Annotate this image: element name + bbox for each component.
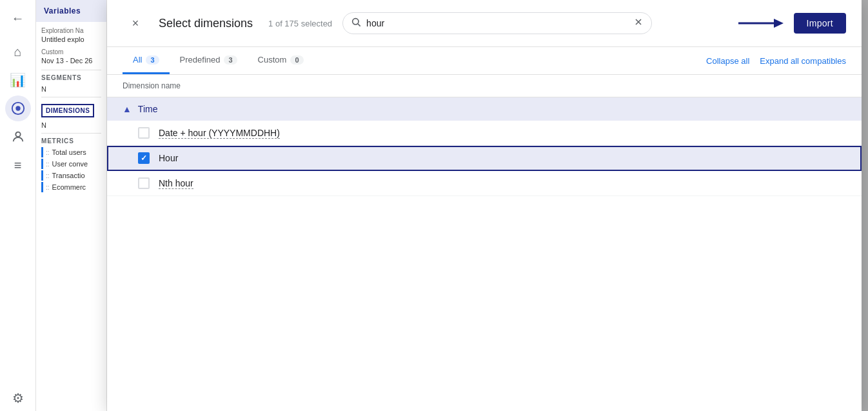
metric-dots-4: :: bbox=[46, 184, 50, 191]
collapse-all-link[interactable]: Collapse all bbox=[706, 48, 749, 74]
metric-dots-2: :: bbox=[46, 161, 50, 168]
home-icon-btn[interactable]: ⌂ bbox=[5, 39, 31, 65]
metric-dots-1: :: bbox=[46, 149, 50, 156]
search-icon bbox=[351, 17, 361, 30]
custom-label: Custom bbox=[41, 48, 101, 55]
svg-point-1 bbox=[15, 106, 20, 110]
sidebar: ← ⌂ 📊 ≡ ⚙ bbox=[0, 0, 36, 411]
dimension-placeholder: N bbox=[41, 120, 101, 130]
audience-icon-btn[interactable] bbox=[5, 124, 31, 150]
select-dimensions-dialog: × Select dimensions 1 of 175 selected bbox=[107, 0, 862, 411]
metric-ecommerce: :: Ecommerc bbox=[41, 182, 101, 192]
exploration-value: Untitled explo bbox=[41, 35, 101, 43]
close-button[interactable]: × bbox=[123, 10, 148, 36]
explore-icon-btn[interactable] bbox=[5, 95, 31, 121]
settings-icon-btn[interactable]: ⚙ bbox=[5, 385, 31, 411]
dim-name-hour: Hour bbox=[159, 153, 178, 163]
tab-actions: Collapse all Expand all compatibles bbox=[706, 48, 846, 74]
tab-all-badge: 3 bbox=[146, 55, 159, 65]
dialog-selection-count: 1 of 175 selected bbox=[268, 19, 332, 28]
svg-point-2 bbox=[15, 132, 20, 137]
import-section: Import bbox=[738, 13, 846, 34]
search-bar bbox=[342, 12, 652, 34]
segment-placeholder: N bbox=[41, 84, 101, 94]
column-header: Dimension name bbox=[107, 75, 862, 97]
checkbox-hour[interactable] bbox=[138, 152, 150, 164]
metric-total-users: :: Total users bbox=[41, 147, 101, 157]
search-input[interactable] bbox=[366, 18, 628, 28]
tab-custom-badge: 0 bbox=[290, 55, 303, 65]
svg-point-3 bbox=[353, 19, 359, 25]
bar-chart-icon-btn[interactable]: 📊 bbox=[5, 67, 31, 93]
main-area: × Select dimensions 1 of 175 selected bbox=[107, 0, 868, 411]
dimensions-box: DIMENSIONS bbox=[41, 104, 94, 117]
dim-name-date-hour: Date + hour (YYYYMMDDHH) bbox=[159, 128, 280, 139]
group-name-time: Time bbox=[138, 104, 158, 114]
svg-marker-8 bbox=[774, 19, 784, 28]
variables-panel: Variables Exploration Na Untitled explo … bbox=[36, 0, 107, 411]
dim-row-date-hour[interactable]: Date + hour (YYYYMMDDHH) bbox=[107, 121, 862, 146]
dialog-header: × Select dimensions 1 of 175 selected bbox=[107, 0, 862, 47]
group-row-time[interactable]: ▲ Time bbox=[107, 97, 862, 121]
dialog-tabs: All 3 Predefined 3 Custom 0 Collapse all… bbox=[107, 47, 862, 75]
expand-all-compatibles-link[interactable]: Expand all compatibles bbox=[760, 48, 846, 74]
metric-user-conve: :: User conve bbox=[41, 159, 101, 169]
dimensions-section-label: DIMENSIONS bbox=[41, 97, 101, 120]
tab-predefined[interactable]: Predefined 3 bbox=[170, 47, 248, 74]
tab-predefined-badge: 3 bbox=[224, 55, 237, 65]
dim-row-nth-hour[interactable]: Nth hour bbox=[107, 171, 862, 196]
checkbox-date-hour[interactable] bbox=[138, 127, 150, 139]
metric-transactions: :: Transactio bbox=[41, 170, 101, 181]
tab-custom[interactable]: Custom 0 bbox=[248, 47, 314, 74]
list-icon-btn[interactable]: ≡ bbox=[5, 152, 31, 178]
dialog-body: ▲ Time Date + hour (YYYYMMDDHH) Hour Nth… bbox=[107, 97, 862, 411]
exploration-name-label: Exploration Na bbox=[41, 27, 101, 34]
chevron-up-icon: ▲ bbox=[123, 104, 132, 114]
variables-header: Variables bbox=[36, 0, 106, 22]
svg-line-4 bbox=[358, 24, 360, 26]
metrics-section-label: METRICS bbox=[41, 133, 101, 147]
modal-overlay: × Select dimensions 1 of 175 selected bbox=[107, 0, 868, 411]
dialog-title: Select dimensions bbox=[159, 17, 253, 30]
dim-name-nth-hour: Nth hour bbox=[159, 178, 193, 189]
clear-search-icon[interactable] bbox=[633, 17, 644, 30]
custom-value: Nov 13 - Dec 26 bbox=[41, 57, 101, 65]
segments-section-label: SEGMENTS bbox=[41, 70, 101, 84]
metric-dots-3: :: bbox=[46, 172, 50, 179]
import-button[interactable]: Import bbox=[794, 13, 846, 34]
tab-all[interactable]: All 3 bbox=[123, 47, 170, 74]
arrow-annotation-icon bbox=[738, 17, 784, 30]
dim-row-hour[interactable]: Hour bbox=[107, 146, 862, 171]
back-button[interactable]: ← bbox=[5, 5, 31, 31]
checkbox-nth-hour[interactable] bbox=[138, 177, 150, 189]
